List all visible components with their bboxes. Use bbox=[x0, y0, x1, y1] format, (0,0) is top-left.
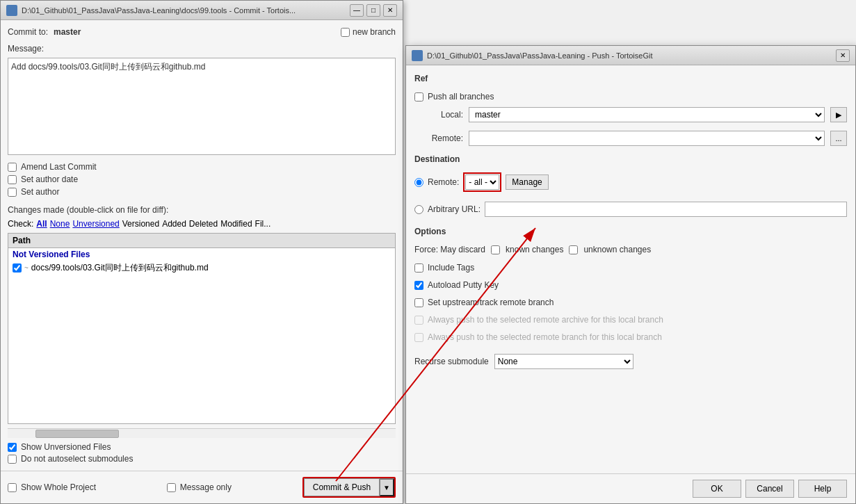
set-author-checkbox[interactable] bbox=[8, 188, 17, 197]
options-section-header: Options bbox=[414, 227, 847, 236]
maximize-button[interactable]: □ bbox=[366, 4, 380, 17]
push-titlebar: D:\01_Github\01_PassJava\PassJava-Leanin… bbox=[406, 46, 855, 65]
recurse-label: Recurse submodule bbox=[414, 357, 489, 366]
set-author-date-checkbox[interactable] bbox=[8, 175, 17, 184]
local-field-row: Local: master ▶ bbox=[414, 107, 847, 122]
destination-select[interactable]: - all - bbox=[465, 174, 499, 190]
push-all-branches-label: Push all branches bbox=[428, 92, 494, 101]
known-changes-checkbox[interactable] bbox=[491, 245, 500, 254]
help-button[interactable]: Help bbox=[798, 480, 847, 498]
check-unversioned-link[interactable]: Unversioned bbox=[72, 219, 119, 229]
known-changes-label: known changes bbox=[506, 245, 563, 254]
commit-window-icon bbox=[6, 5, 17, 16]
message-only-checkbox[interactable] bbox=[167, 483, 176, 492]
remote-select[interactable] bbox=[469, 131, 825, 146]
local-select[interactable]: master bbox=[469, 107, 825, 122]
force-row: Force: May discard known changes unknown… bbox=[414, 245, 847, 254]
file-path: docs/99.tools/03.Git同时上传到码云和github.md bbox=[31, 262, 209, 274]
show-whole-project-label: Show Whole Project bbox=[21, 482, 96, 492]
ok-button[interactable]: OK bbox=[693, 480, 741, 498]
file-checkbox[interactable] bbox=[13, 263, 22, 273]
changes-header: Changes made (double-click on file for d… bbox=[8, 205, 396, 215]
file-type-icon: ~ bbox=[24, 264, 29, 272]
check-added-label: Added bbox=[162, 219, 186, 229]
remote-field-row: Remote: ... bbox=[414, 131, 847, 146]
commit-push-button[interactable]: Commit & Push bbox=[304, 478, 380, 496]
horizontal-scrollbar[interactable] bbox=[8, 428, 396, 438]
bottom-checkboxes: Show Unversioned Files Do not autoselect… bbox=[8, 442, 396, 464]
not-versioned-group: Not Versioned Files bbox=[8, 248, 395, 261]
arbitrary-url-input[interactable] bbox=[485, 202, 847, 217]
commit-branch: master bbox=[54, 27, 81, 37]
unknown-changes-checkbox[interactable] bbox=[569, 245, 578, 254]
recurse-select[interactable]: None bbox=[494, 354, 633, 369]
set-author-date-label: Set author date bbox=[21, 174, 78, 184]
autoload-putty-row: Autoload Putty Key bbox=[414, 280, 847, 290]
commit-push-wrapper: Commit & Push ▼ bbox=[302, 477, 396, 498]
amend-checkbox[interactable] bbox=[8, 163, 17, 172]
remote-field-label: Remote: bbox=[414, 133, 463, 143]
destination-section-header: Destination bbox=[414, 154, 847, 164]
remote-radio[interactable] bbox=[414, 178, 423, 187]
check-modified-label: Modified bbox=[220, 219, 252, 229]
unknown-changes-label: unknown changes bbox=[583, 245, 651, 254]
manage-button[interactable]: Manage bbox=[506, 174, 548, 190]
push-all-branches-row: Push all branches bbox=[414, 92, 847, 101]
autoload-putty-checkbox[interactable] bbox=[414, 281, 423, 290]
include-tags-row: Include Tags bbox=[414, 263, 847, 273]
commit-window: D:\01_Github\01_PassJava\PassJava-Leanin… bbox=[0, 0, 403, 504]
commit-to-row: Commit to: master new branch bbox=[8, 27, 396, 37]
no-autoselect-checkbox[interactable] bbox=[8, 455, 17, 464]
commit-titlebar: D:\01_Github\01_PassJava\PassJava-Leanin… bbox=[1, 1, 403, 20]
cancel-button[interactable]: Cancel bbox=[745, 480, 794, 498]
amend-label: Amend Last Commit bbox=[21, 162, 97, 172]
arbitrary-url-row: Arbitrary URL: bbox=[414, 202, 847, 217]
check-deleted-label: Deleted bbox=[189, 219, 218, 229]
show-unversioned-label: Show Unversioned Files bbox=[21, 442, 111, 452]
check-all-link[interactable]: All bbox=[36, 219, 47, 229]
push-all-branches-checkbox[interactable] bbox=[414, 92, 423, 101]
minimize-button[interactable]: — bbox=[350, 4, 364, 17]
set-author-label: Set author bbox=[21, 187, 59, 197]
recurse-row: Recurse submodule None bbox=[414, 354, 847, 369]
check-label: Check: bbox=[8, 219, 33, 229]
set-upstream-checkbox[interactable] bbox=[414, 298, 423, 307]
local-arrow-button[interactable]: ▶ bbox=[830, 107, 847, 122]
scrollbar-thumb[interactable] bbox=[35, 430, 119, 438]
check-fil-label: Fil... bbox=[255, 219, 271, 229]
commit-to-label: Commit to: bbox=[8, 27, 48, 37]
set-upstream-row: Set upstream/track remote branch bbox=[414, 298, 847, 307]
commit-content: Commit to: master new branch Message: Ad… bbox=[1, 20, 403, 471]
table-row[interactable]: ~ docs/99.tools/03.Git同时上传到码云和github.md bbox=[8, 261, 395, 275]
push-close-button[interactable]: ✕ bbox=[836, 49, 850, 62]
message-only-label: Message only bbox=[180, 482, 232, 492]
include-tags-checkbox[interactable] bbox=[414, 263, 423, 273]
check-filter-row: Check: All None Unversioned Versioned Ad… bbox=[8, 219, 396, 229]
new-branch-checkbox[interactable] bbox=[341, 28, 350, 37]
push-window: D:\01_Github\01_PassJava\PassJava-Leanin… bbox=[405, 45, 856, 504]
close-button[interactable]: ✕ bbox=[383, 4, 397, 17]
commit-push-dropdown[interactable]: ▼ bbox=[380, 478, 394, 496]
show-unversioned-checkbox[interactable] bbox=[8, 443, 17, 452]
commit-footer: Show Whole Project Message only Commit &… bbox=[1, 471, 403, 503]
autoload-putty-label: Autoload Putty Key bbox=[428, 280, 499, 290]
always-push-archive-checkbox[interactable] bbox=[414, 316, 423, 325]
check-none-link[interactable]: None bbox=[50, 219, 70, 229]
path-column-header: Path bbox=[8, 234, 395, 248]
files-table: Path Not Versioned Files ~ docs/99.tools… bbox=[8, 233, 396, 424]
show-whole-project-checkbox[interactable] bbox=[8, 483, 17, 492]
arbitrary-url-radio[interactable] bbox=[414, 205, 423, 214]
always-push-remote-row: Always push to the selected remote branc… bbox=[414, 332, 847, 342]
no-autoselect-label: Do not autoselect submodules bbox=[21, 454, 133, 464]
message-textarea[interactable]: Add docs/99.tools/03.Git同时上传到码云和github.m… bbox=[8, 58, 396, 155]
commit-window-title: D:\01_Github\01_PassJava\PassJava-Leanin… bbox=[22, 6, 296, 15]
destination-box: - all - bbox=[463, 172, 501, 192]
local-field-label: Local: bbox=[414, 110, 463, 120]
new-branch-label: new branch bbox=[353, 27, 396, 37]
more-button[interactable]: ... bbox=[830, 131, 847, 146]
always-push-archive-row: Always push to the selected remote archi… bbox=[414, 315, 847, 325]
always-push-archive-label: Always push to the selected remote archi… bbox=[428, 315, 663, 325]
set-upstream-label: Set upstream/track remote branch bbox=[428, 298, 554, 307]
always-push-remote-checkbox[interactable] bbox=[414, 333, 423, 342]
ref-section-header: Ref bbox=[414, 74, 847, 83]
